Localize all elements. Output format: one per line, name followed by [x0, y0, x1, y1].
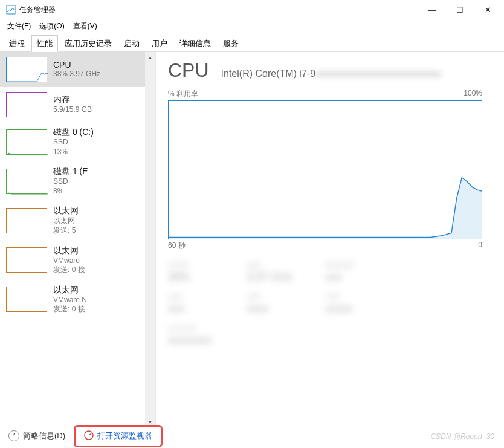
disk0-info: 磁盘 0 (C:) SSD 13% [53, 127, 149, 157]
disk1-usage: 8% [53, 187, 149, 196]
disk0-thumb [6, 129, 47, 155]
eth1-tx: 发送: 0 接 [53, 265, 149, 275]
eth1-name: VMware [53, 256, 149, 266]
disk1-title: 磁盘 1 (E [53, 166, 149, 177]
tab-services[interactable]: 服务 [218, 35, 244, 51]
cpu-page-title: CPU [168, 59, 209, 82]
eth2-thumb [6, 287, 47, 312]
svg-line-3 [89, 433, 91, 435]
scroll-up-icon[interactable]: ▴ [145, 52, 155, 62]
tab-users[interactable]: 用户 [146, 35, 173, 51]
sidebar-cpu[interactable]: CPU 38% 3.97 GHz [0, 52, 155, 87]
chart-header: % 利用率 100% [168, 89, 482, 99]
bottom-bar: ˄ 简略信息(D) 打开资源监视器 [0, 424, 504, 448]
cpu-chart-svg [169, 101, 482, 239]
memory-info: 内存 5.9/15.9 GB [53, 94, 149, 115]
content-area: CPU 38% 3.97 GHz 内存 5.9/15.9 GB 磁盘 0 (C:… [0, 52, 504, 427]
disk0-title: 磁盘 0 (C:) [53, 127, 149, 138]
minimize-button[interactable]: — [418, 0, 446, 19]
eth2-info: 以太网 VMware N 发送: 0 接 [53, 285, 149, 314]
brief-info-label: 简略信息(D) [23, 430, 65, 441]
memory-title: 内存 [53, 94, 149, 105]
app-icon [6, 5, 16, 15]
disk1-thumb [6, 169, 47, 194]
cpu-thumb [6, 57, 47, 82]
menu-file[interactable]: 文件(F) [5, 20, 33, 33]
svg-marker-1 [169, 178, 482, 240]
window-controls: — ☐ ✕ [418, 0, 502, 19]
eth0-tx: 发送: 5 [53, 226, 149, 236]
tab-app-history[interactable]: 应用历史记录 [59, 35, 117, 51]
cpu-stats: 利用率38% 速度3.97 GHz 基准速度xxx 进程xxx 线程xxxx 句… [168, 261, 492, 346]
sidebar-disk0[interactable]: 磁盘 0 (C:) SSD 13% [0, 122, 155, 161]
chart-ylabel: % 利用率 [168, 89, 198, 99]
chart-footer: 60 秒 0 [168, 241, 482, 251]
memory-thumb [6, 92, 47, 117]
menu-bar: 文件(F) 选项(O) 查看(V) [0, 19, 504, 33]
perfmon-icon [84, 430, 94, 442]
maximize-button[interactable]: ☐ [446, 0, 474, 19]
brief-info-toggle[interactable]: ˄ 简略信息(D) [8, 430, 65, 441]
sidebar-disk1[interactable]: 磁盘 1 (E SSD 8% [0, 161, 155, 201]
eth1-title: 以太网 [53, 245, 149, 256]
eth1-thumb [6, 247, 47, 273]
memory-sub: 5.9/15.9 GB [53, 105, 149, 115]
tab-processes[interactable]: 进程 [4, 35, 30, 51]
tab-performance[interactable]: 性能 [31, 35, 58, 52]
cpu-model-hidden: xxxxxxxxxxxxxxxxxxxxxxxxxx [315, 68, 441, 79]
sidebar: CPU 38% 3.97 GHz 内存 5.9/15.9 GB 磁盘 0 (C:… [0, 52, 156, 427]
cpu-header: CPU Intel(R) Core(TM) i7-9xxxxxxxxxxxxxx… [168, 59, 492, 82]
cpu-model: Intel(R) Core(TM) i7-9xxxxxxxxxxxxxxxxxx… [221, 68, 441, 79]
eth0-name: 以太网 [53, 216, 149, 226]
cpu-info: CPU 38% 3.97 GHz [53, 60, 149, 79]
watermark: CSDN @Robert_30 [430, 432, 494, 441]
eth0-thumb [6, 208, 47, 233]
menu-options[interactable]: 选项(O) [37, 20, 66, 33]
tab-details[interactable]: 详细信息 [174, 35, 216, 51]
eth0-info: 以太网 以太网 发送: 5 [53, 206, 149, 235]
sidebar-eth1[interactable]: 以太网 VMware 发送: 0 接 [0, 241, 155, 280]
disk1-info: 磁盘 1 (E SSD 8% [53, 166, 149, 196]
title-bar: 任务管理器 — ☐ ✕ [0, 0, 504, 19]
cpu-sub: 38% 3.97 GHz [53, 70, 149, 79]
resource-monitor-label: 打开资源监视器 [97, 430, 152, 441]
cpu-title: CPU [53, 60, 149, 70]
cpu-chart[interactable] [168, 100, 482, 239]
sidebar-scrollbar[interactable]: ▴ ▾ [145, 52, 155, 427]
chart-xright: 0 [478, 241, 482, 251]
disk1-type: SSD [53, 177, 149, 187]
chevron-up-icon: ˄ [8, 430, 19, 441]
window-title: 任务管理器 [19, 5, 418, 15]
eth2-title: 以太网 [53, 285, 149, 296]
eth0-title: 以太网 [53, 206, 149, 216]
sidebar-eth2[interactable]: 以太网 VMware N 发送: 0 接 [0, 280, 155, 319]
eth2-name: VMware N [53, 296, 149, 305]
disk0-type: SSD [53, 138, 149, 148]
eth2-tx: 发送: 0 接 [53, 305, 149, 314]
cpu-model-visible: Intel(R) Core(TM) i7-9 [221, 68, 315, 79]
main-panel: CPU Intel(R) Core(TM) i7-9xxxxxxxxxxxxxx… [156, 52, 504, 427]
tab-startup[interactable]: 启动 [118, 35, 145, 51]
tab-bar: 进程 性能 应用历史记录 启动 用户 详细信息 服务 [0, 33, 504, 52]
chart-xleft: 60 秒 [168, 241, 186, 251]
eth1-info: 以太网 VMware 发送: 0 接 [53, 245, 149, 275]
sidebar-eth0[interactable]: 以太网 以太网 发送: 5 [0, 201, 155, 240]
chart-ymax: 100% [464, 89, 482, 99]
disk0-usage: 13% [53, 148, 149, 157]
close-button[interactable]: ✕ [474, 0, 502, 19]
open-resource-monitor[interactable]: 打开资源监视器 [74, 425, 163, 447]
sidebar-memory[interactable]: 内存 5.9/15.9 GB [0, 87, 155, 122]
menu-view[interactable]: 查看(V) [71, 20, 100, 33]
